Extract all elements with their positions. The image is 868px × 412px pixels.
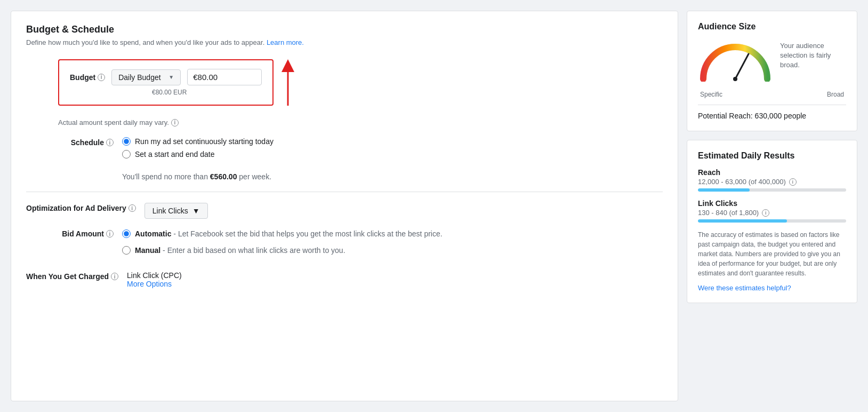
more-options-link[interactable]: More Options (127, 280, 172, 288)
clicks-metric: Link Clicks 130 - 840 (of 1,800) i (698, 199, 846, 223)
gauge-label-broad: Broad (827, 91, 844, 98)
bid-option-automatic[interactable]: Automatic - Let Facebook set the bid tha… (122, 228, 663, 240)
charged-info-icon[interactable]: i (111, 273, 118, 280)
bid-radio-automatic[interactable] (122, 229, 131, 238)
schedule-option-dates[interactable]: Set a start and end date (122, 150, 663, 159)
section-divider (26, 192, 663, 192)
svg-line-2 (735, 54, 749, 79)
section-title: Budget & Schedule (26, 24, 663, 35)
reach-info-icon[interactable]: i (789, 178, 797, 186)
budget-amount-input[interactable] (187, 69, 262, 85)
budget-eur-label: €80.00 EUR (152, 89, 187, 96)
actual-note-info-icon[interactable]: i (171, 119, 179, 126)
budget-row: Budget i Daily Budget ▼ (70, 69, 262, 85)
schedule-radio-dates[interactable] (122, 150, 131, 159)
audience-size-title: Audience Size (698, 22, 846, 31)
reach-progress-fill (698, 188, 750, 192)
svg-point-3 (733, 77, 737, 81)
audience-desc: Your audience selection is fairly broad. (780, 39, 846, 70)
helpful-link[interactable]: Were these estimates helpful? (698, 284, 791, 292)
section-subtitle: Define how much you'd like to spend, and… (26, 38, 663, 46)
optimization-label: Optimization for Ad Delivery i (26, 203, 144, 212)
schedule-info-icon[interactable]: i (106, 139, 114, 146)
accuracy-note: The accuracy of estimates is based on fa… (698, 230, 846, 278)
potential-reach: Potential Reach: 630,000 people (698, 112, 846, 120)
charged-row: When You Get Charged i Link Click (CPC) … (26, 271, 663, 288)
budget-info-icon[interactable]: i (98, 74, 105, 81)
schedule-radio-continuous[interactable] (122, 137, 131, 146)
estimated-title: Estimated Daily Results (698, 151, 846, 161)
reach-label: Reach (698, 168, 846, 177)
bid-amount-label: Bid Amount i (26, 228, 122, 238)
bid-option-manual[interactable]: Manual - Enter a bid based on what link … (122, 245, 663, 256)
gauge-label-specific: Specific (700, 91, 722, 98)
charged-content: Link Click (CPC) More Options (127, 271, 663, 288)
clicks-range: 130 - 840 (of 1,800) i (698, 209, 846, 217)
weekly-spend-note: You'll spend no more than €560.00 per we… (122, 172, 663, 181)
clicks-progress-fill (698, 219, 787, 223)
optimization-dropdown[interactable]: Link Clicks ▼ (144, 203, 208, 219)
learn-more-link[interactable]: Learn more. (267, 38, 304, 46)
reach-progress-track (698, 188, 846, 192)
charged-label: When You Get Charged i (26, 271, 127, 281)
bid-amount-row: Bid Amount i Automatic - Let Facebook se… (26, 228, 663, 262)
optimization-row: Optimization for Ad Delivery i Link Clic… (26, 203, 663, 219)
estimated-results-card: Estimated Daily Results Reach 12,000 - 6… (687, 140, 857, 303)
budget-schedule-panel: Budget & Schedule Define how much you'd … (11, 11, 678, 401)
schedule-option-continuous[interactable]: Run my ad set continuously starting toda… (122, 137, 663, 146)
schedule-label: Schedule i (26, 137, 122, 147)
clicks-info-icon[interactable]: i (762, 209, 769, 217)
bid-amount-options: Automatic - Let Facebook set the bid tha… (122, 228, 663, 262)
optimization-content: Link Clicks ▼ (144, 203, 663, 219)
budget-area: Budget i Daily Budget ▼ €80.00 EUR (26, 59, 663, 110)
reach-range: 12,000 - 63,000 (of 400,000) i (698, 178, 846, 186)
reach-metric: Reach 12,000 - 63,000 (of 400,000) i (698, 168, 846, 192)
audience-divider (698, 105, 846, 105)
right-panel: Audience Size (687, 11, 857, 401)
charge-value: Link Click (CPC) (127, 271, 663, 280)
clicks-progress-track (698, 219, 846, 223)
gauge-svg (698, 39, 773, 83)
budget-type-dropdown[interactable]: Daily Budget ▼ (111, 69, 181, 85)
actual-amount-note: Actual amount spent daily may vary. i (58, 118, 663, 126)
budget-highlight-box: Budget i Daily Budget ▼ €80.00 EUR (58, 59, 274, 106)
audience-size-card: Audience Size (687, 11, 857, 131)
budget-label: Budget i (70, 73, 105, 82)
gauge-container: Your audience selection is fairly broad. (698, 39, 846, 83)
gauge-labels: Specific Broad (698, 91, 846, 98)
schedule-options: Run my ad set continuously starting toda… (122, 137, 663, 163)
red-arrow (280, 55, 296, 110)
bid-radio-manual[interactable] (122, 246, 131, 255)
chevron-down-icon: ▼ (168, 74, 174, 80)
clicks-label: Link Clicks (698, 199, 846, 208)
chevron-down-icon: ▼ (192, 207, 200, 215)
bid-amount-info-icon[interactable]: i (106, 230, 114, 237)
schedule-row: Schedule i Run my ad set continuously st… (26, 137, 663, 163)
optimization-info-icon[interactable]: i (128, 204, 136, 212)
